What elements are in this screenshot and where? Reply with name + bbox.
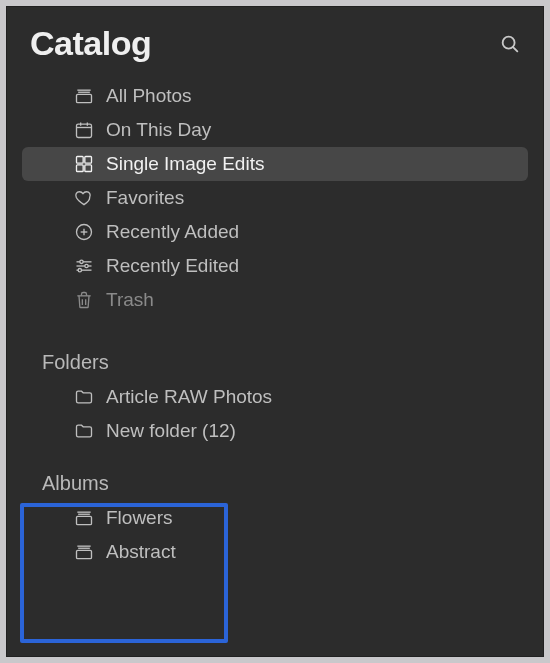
- svg-point-17: [80, 260, 83, 263]
- sidebar-item-label: Trash: [106, 289, 154, 311]
- folders-heading: Folders: [42, 351, 528, 374]
- sidebar-item-label: Single Image Edits: [106, 153, 264, 175]
- album-item-label: Flowers: [106, 507, 173, 529]
- sidebar-item-label: Recently Edited: [106, 255, 239, 277]
- svg-rect-10: [85, 157, 92, 164]
- folder-icon: [74, 421, 94, 441]
- albums-section: Albums Flowers Abstract: [6, 472, 544, 569]
- svg-rect-29: [77, 550, 92, 558]
- folder-item-article-raw-photos[interactable]: Article RAW Photos: [22, 380, 528, 414]
- album-item-abstract[interactable]: Abstract: [22, 535, 528, 569]
- albums-heading: Albums: [42, 472, 528, 495]
- sidebar-item-recently-edited[interactable]: Recently Edited: [22, 249, 528, 283]
- album-list: Flowers Abstract: [22, 501, 528, 569]
- sidebar-item-label: Recently Added: [106, 221, 239, 243]
- page-title: Catalog: [30, 24, 151, 63]
- trash-icon: [74, 290, 94, 310]
- catalog-section: All Photos On This Day: [6, 79, 544, 317]
- svg-rect-26: [77, 516, 92, 524]
- stack-icon: [74, 542, 94, 562]
- folder-item-new-folder[interactable]: New folder (12): [22, 414, 528, 448]
- sidebar-item-all-photos[interactable]: All Photos: [22, 79, 528, 113]
- sidebar-item-trash[interactable]: Trash: [22, 283, 528, 317]
- sidebar-item-label: All Photos: [106, 85, 192, 107]
- sidebar-item-single-image-edits[interactable]: Single Image Edits: [22, 147, 528, 181]
- calendar-icon: [74, 120, 94, 140]
- folder-icon: [74, 387, 94, 407]
- svg-rect-12: [85, 165, 92, 172]
- heart-icon: [74, 188, 94, 208]
- sidebar-item-label: On This Day: [106, 119, 211, 141]
- catalog-list: All Photos On This Day: [22, 79, 528, 317]
- folder-item-label: Article RAW Photos: [106, 386, 272, 408]
- sliders-icon: [74, 256, 94, 276]
- stack-icon: [74, 86, 94, 106]
- folder-item-label: New folder (12): [106, 420, 236, 442]
- folder-list: Article RAW Photos New folder (12): [22, 380, 528, 448]
- sidebar-item-on-this-day[interactable]: On This Day: [22, 113, 528, 147]
- stack-icon: [74, 508, 94, 528]
- sidebar-item-recently-added[interactable]: Recently Added: [22, 215, 528, 249]
- plus-circle-icon: [74, 222, 94, 242]
- sidebar-item-favorites[interactable]: Favorites: [22, 181, 528, 215]
- album-item-label: Abstract: [106, 541, 176, 563]
- catalog-panel: Catalog All Photos: [6, 6, 544, 657]
- svg-rect-4: [77, 94, 92, 102]
- svg-rect-9: [77, 157, 84, 164]
- svg-line-1: [513, 47, 517, 51]
- panel-header: Catalog: [6, 6, 544, 73]
- svg-point-19: [85, 264, 88, 267]
- album-item-flowers[interactable]: Flowers: [22, 501, 528, 535]
- grid-icon: [74, 154, 94, 174]
- sidebar-item-label: Favorites: [106, 187, 184, 209]
- search-icon[interactable]: [496, 30, 524, 58]
- svg-rect-11: [77, 165, 84, 172]
- svg-rect-5: [77, 124, 92, 137]
- svg-point-21: [78, 269, 81, 272]
- folders-section: Folders Article RAW Photos New folder (1…: [6, 351, 544, 448]
